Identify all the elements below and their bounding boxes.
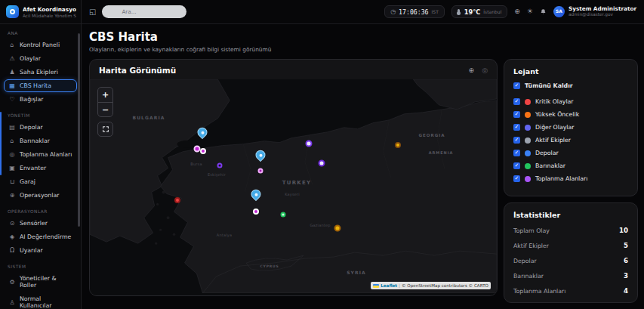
sidebar-item[interactable]: ⊙ Sensörler xyxy=(4,217,77,230)
legend-toggle-all[interactable]: Tümünü Kaldır xyxy=(513,82,628,89)
globe-icon[interactable]: ⊕ xyxy=(469,66,475,74)
map-dot-marker[interactable] xyxy=(174,197,180,203)
map-dot-marker[interactable] xyxy=(217,163,223,168)
legend-checkbox[interactable] xyxy=(513,124,520,131)
app-logo-icon xyxy=(6,5,19,18)
sidebar-item[interactable]: ♟ Saha Ekipleri xyxy=(4,66,77,79)
fullscreen-icon xyxy=(102,125,109,133)
temperature-value: 19°C xyxy=(464,8,481,16)
statistic-label: Aktif Ekipler xyxy=(513,243,549,249)
section-label: YÖNETİM xyxy=(0,107,81,120)
user-menu[interactable]: SA System Administrator admin@disaster.g… xyxy=(553,6,636,18)
sidebar-item[interactable]: ⚙ Yöneticiler & Roller xyxy=(4,272,77,292)
sidebar-item[interactable]: ▣ Envanter xyxy=(4,162,77,175)
sidebar-item[interactable]: ⌂ Barınaklar xyxy=(4,134,77,147)
search-input[interactable] xyxy=(102,5,186,18)
sidebar-item-label: Kontrol Paneli xyxy=(20,42,60,48)
legend-item[interactable]: Toplanma Alanları xyxy=(513,175,628,182)
sidebar: Afet Koordinasyon Pla... Acil Müdahale Y… xyxy=(0,0,82,309)
users-icon: ♙ xyxy=(8,299,16,306)
sidebar-item[interactable]: ⊕ Operasyonlar xyxy=(4,189,77,202)
legend-panel: Lejant Tümünü Kaldır Kritik Ola xyxy=(504,59,638,196)
sidebar-item-label: Normal Kullanıcılar xyxy=(20,295,72,309)
inventory-icon: ▣ xyxy=(8,165,16,171)
section-label: ANA xyxy=(0,24,81,38)
legend-checkbox[interactable] xyxy=(513,137,520,144)
legend-title: Lejant xyxy=(513,67,628,76)
legend-item[interactable]: Diğer Olaylar xyxy=(513,124,628,131)
map-pin-marker[interactable] xyxy=(198,128,208,138)
legend-item[interactable]: Yüksek Öncelik xyxy=(513,111,628,118)
city-label: Eskişehir xyxy=(208,172,226,177)
sidebar-item[interactable]: ♡ Bağışlar xyxy=(4,93,77,106)
scroll-indicator[interactable] xyxy=(0,112,2,175)
ai-icon: ◈ xyxy=(8,233,16,240)
statistics-title: İstatistikler xyxy=(513,211,628,219)
legend-checkbox[interactable] xyxy=(513,111,520,118)
fullscreen-button[interactable] xyxy=(97,122,113,137)
map-dot-marker[interactable] xyxy=(281,212,286,218)
assembly-point-icon: ◎ xyxy=(8,151,16,158)
legend-item[interactable]: Depolar xyxy=(513,150,628,156)
map-dot-marker[interactable] xyxy=(200,148,206,154)
sidebar-item[interactable]: ◈ AI Değerlendirme xyxy=(4,230,77,243)
legend-checkbox[interactable] xyxy=(513,175,520,182)
sidebar-item[interactable]: ▤ Depolar xyxy=(4,121,77,134)
sidebar-item[interactable]: ◎ Toplanma Alanları xyxy=(4,148,77,161)
notifications-bell-icon[interactable] xyxy=(540,8,547,15)
crosshair-icon[interactable]: ◎ xyxy=(482,66,488,74)
map-dot-marker[interactable] xyxy=(334,225,341,232)
legend-color-dot xyxy=(525,125,531,131)
legend-checkbox[interactable] xyxy=(513,98,520,105)
right-column: Lejant Tümünü Kaldır Kritik Ola xyxy=(504,59,638,296)
sidebar-nav-list: ▤ Depolar ⌂ Barınaklar ◎ Toplanma Alanla… xyxy=(0,121,81,202)
map-dot-marker[interactable] xyxy=(319,160,325,167)
sidebar-item-label: AI Değerlendirme xyxy=(20,233,71,240)
map-dot-marker[interactable] xyxy=(306,141,313,147)
operations-globe-icon: ⊕ xyxy=(8,192,16,199)
statistic-label: Toplanma Alanları xyxy=(513,288,565,295)
map-dot-marker[interactable] xyxy=(395,142,401,148)
country-label: CYPRUS xyxy=(260,264,279,268)
legend-checkbox[interactable] xyxy=(513,162,520,169)
legend-item[interactable]: Barınaklar xyxy=(513,162,628,169)
legend-item[interactable]: Kritik Olaylar xyxy=(513,98,628,105)
legend-item[interactable]: Aktif Ekipler xyxy=(513,137,628,144)
sidebar-toggle-icon[interactable]: ◱ xyxy=(89,8,96,16)
app-logo-row: Afet Koordinasyon Pla... Acil Müdahale Y… xyxy=(0,0,81,24)
map-pin-marker[interactable] xyxy=(256,150,266,160)
sidebar-item-label: Saha Ekipleri xyxy=(20,69,58,76)
sidebar-item[interactable]: ♙ Normal Kullanıcılar xyxy=(4,292,77,309)
legend-checkbox[interactable] xyxy=(513,82,520,89)
theme-sun-icon[interactable]: ☀ xyxy=(527,8,533,15)
sidebar-item[interactable]: ⚠ Olaylar xyxy=(4,52,77,65)
map-panel: Harita Görünümü ⊕ ◎ xyxy=(89,59,498,296)
zoom-out-button[interactable]: − xyxy=(98,102,112,116)
map-dot-marker[interactable] xyxy=(258,168,263,174)
map-canvas[interactable]: BULGARIA TURKEY GEORGIA ARMENIA SYRIA CY… xyxy=(90,79,497,295)
attribution-text: © OpenStreetMap contributors © CARTO xyxy=(402,283,488,288)
sidebar-scrollbar[interactable] xyxy=(78,33,80,227)
sidebar-item[interactable]: ⌂ Kontrol Paneli xyxy=(4,39,77,51)
zoom-in-button[interactable]: + xyxy=(98,88,112,102)
heart-icon: ♡ xyxy=(8,96,16,103)
map-dot-marker[interactable] xyxy=(253,209,259,215)
sidebar-item[interactable]: ⊔ Garaj xyxy=(4,175,77,188)
map-zoom-control: + − xyxy=(97,87,113,117)
home-icon: ⌂ xyxy=(8,42,16,48)
sensor-icon: ⊙ xyxy=(8,220,16,227)
language-globe-icon[interactable]: ⊕ xyxy=(514,8,520,15)
city-label: Bursa xyxy=(190,162,202,166)
legend-item-label: Diğer Olaylar xyxy=(535,124,574,131)
clock-pill: ◷ 17:06:36 IST xyxy=(384,5,445,18)
map-pin-marker[interactable] xyxy=(251,190,261,199)
leaflet-link[interactable]: Leaflet xyxy=(381,283,397,288)
sidebar-item-label: CBS Harita xyxy=(20,82,51,89)
sidebar-item[interactable]: ▦ CBS Harita xyxy=(4,79,77,92)
statistic-row: Toplam Olay 10 xyxy=(513,227,628,234)
legend-checkbox[interactable] xyxy=(513,150,520,156)
section-label: OPERASYONLAR xyxy=(0,202,81,216)
sidebar-item[interactable]: Ω Uyarılar xyxy=(4,244,77,257)
page-content: CBS Harita Olayların, ekiplerin ve kayna… xyxy=(82,24,644,309)
clock-time: 17:06:36 xyxy=(399,8,428,16)
